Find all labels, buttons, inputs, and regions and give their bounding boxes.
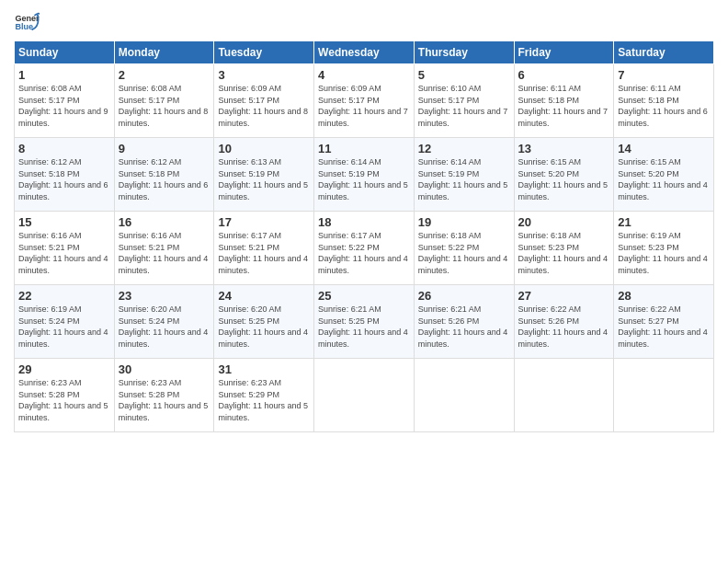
calendar-cell: 7 Sunrise: 6:11 AM Sunset: 5:18 PM Dayli… — [614, 64, 714, 138]
day-number: 26 — [418, 289, 510, 303]
day-detail: Sunrise: 6:22 AM Sunset: 5:26 PM Dayligh… — [518, 304, 610, 350]
day-number: 21 — [618, 215, 710, 229]
day-number: 2 — [119, 68, 210, 82]
day-number: 24 — [218, 289, 310, 303]
calendar-cell: 10 Sunrise: 6:13 AM Sunset: 5:19 PM Dayl… — [214, 138, 314, 212]
calendar-header-cell: Tuesday — [214, 41, 314, 64]
day-detail: Sunrise: 6:21 AM Sunset: 5:26 PM Dayligh… — [418, 304, 510, 350]
day-detail: Sunrise: 6:18 AM Sunset: 5:23 PM Dayligh… — [518, 230, 610, 276]
calendar-cell — [614, 359, 714, 432]
calendar-cell: 4 Sunrise: 6:09 AM Sunset: 5:17 PM Dayli… — [314, 64, 415, 138]
day-detail: Sunrise: 6:18 AM Sunset: 5:22 PM Dayligh… — [418, 230, 510, 276]
day-detail: Sunrise: 6:12 AM Sunset: 5:18 PM Dayligh… — [119, 156, 210, 202]
calendar-cell: 24 Sunrise: 6:20 AM Sunset: 5:25 PM Dayl… — [214, 285, 314, 359]
calendar-header-cell: Sunday — [15, 41, 115, 64]
day-number: 4 — [318, 68, 410, 82]
day-detail: Sunrise: 6:21 AM Sunset: 5:25 PM Dayligh… — [318, 304, 410, 350]
calendar-week-row: 22 Sunrise: 6:19 AM Sunset: 5:24 PM Dayl… — [15, 285, 714, 359]
day-number: 1 — [18, 68, 110, 82]
day-number: 29 — [18, 362, 110, 376]
calendar-cell: 6 Sunrise: 6:11 AM Sunset: 5:18 PM Dayli… — [514, 64, 614, 138]
calendar-cell — [314, 359, 415, 432]
calendar-header-cell: Monday — [114, 41, 214, 64]
calendar-cell: 15 Sunrise: 6:16 AM Sunset: 5:21 PM Dayl… — [15, 212, 115, 285]
day-detail: Sunrise: 6:11 AM Sunset: 5:18 PM Dayligh… — [518, 83, 610, 129]
calendar-header-cell: Thursday — [414, 41, 514, 64]
calendar-cell: 27 Sunrise: 6:22 AM Sunset: 5:26 PM Dayl… — [514, 285, 614, 359]
day-number: 6 — [518, 68, 610, 82]
calendar-body: 1 Sunrise: 6:08 AM Sunset: 5:17 PM Dayli… — [15, 64, 714, 432]
calendar-cell: 16 Sunrise: 6:16 AM Sunset: 5:21 PM Dayl… — [114, 212, 214, 285]
day-number: 9 — [119, 142, 210, 155]
day-detail: Sunrise: 6:08 AM Sunset: 5:17 PM Dayligh… — [18, 83, 110, 129]
calendar-header-cell: Wednesday — [314, 41, 415, 64]
day-number: 27 — [518, 289, 610, 303]
calendar-cell: 30 Sunrise: 6:23 AM Sunset: 5:28 PM Dayl… — [114, 359, 214, 432]
day-detail: Sunrise: 6:20 AM Sunset: 5:24 PM Dayligh… — [119, 304, 210, 350]
day-number: 18 — [318, 215, 410, 229]
svg-text:Blue: Blue — [15, 22, 33, 31]
day-number: 8 — [18, 142, 110, 155]
day-detail: Sunrise: 6:09 AM Sunset: 5:17 PM Dayligh… — [318, 83, 410, 129]
calendar-cell: 31 Sunrise: 6:23 AM Sunset: 5:29 PM Dayl… — [214, 359, 314, 432]
calendar-cell: 5 Sunrise: 6:10 AM Sunset: 5:17 PM Dayli… — [414, 64, 514, 138]
calendar-week-row: 15 Sunrise: 6:16 AM Sunset: 5:21 PM Dayl… — [15, 212, 714, 285]
day-detail: Sunrise: 6:19 AM Sunset: 5:23 PM Dayligh… — [618, 230, 710, 276]
calendar-cell: 17 Sunrise: 6:17 AM Sunset: 5:21 PM Dayl… — [214, 212, 314, 285]
day-detail: Sunrise: 6:14 AM Sunset: 5:19 PM Dayligh… — [418, 156, 510, 202]
calendar-cell: 1 Sunrise: 6:08 AM Sunset: 5:17 PM Dayli… — [15, 64, 115, 138]
calendar-cell: 28 Sunrise: 6:22 AM Sunset: 5:27 PM Dayl… — [614, 285, 714, 359]
header: General Blue — [14, 9, 714, 35]
day-detail: Sunrise: 6:23 AM Sunset: 5:28 PM Dayligh… — [18, 377, 110, 423]
calendar-header-cell: Saturday — [614, 41, 714, 64]
day-detail: Sunrise: 6:16 AM Sunset: 5:21 PM Dayligh… — [119, 230, 210, 276]
calendar-cell: 11 Sunrise: 6:14 AM Sunset: 5:19 PM Dayl… — [314, 138, 415, 212]
calendar-cell — [414, 359, 514, 432]
day-number: 13 — [518, 142, 610, 155]
day-number: 25 — [318, 289, 410, 303]
page: General Blue SundayMondayTuesdayWednesda… — [0, 0, 728, 563]
day-number: 23 — [119, 289, 210, 303]
calendar-cell: 19 Sunrise: 6:18 AM Sunset: 5:22 PM Dayl… — [414, 212, 514, 285]
day-detail: Sunrise: 6:14 AM Sunset: 5:19 PM Dayligh… — [318, 156, 410, 202]
calendar-cell: 3 Sunrise: 6:09 AM Sunset: 5:17 PM Dayli… — [214, 64, 314, 138]
day-detail: Sunrise: 6:17 AM Sunset: 5:22 PM Dayligh… — [318, 230, 410, 276]
day-number: 12 — [418, 142, 510, 155]
calendar-cell: 12 Sunrise: 6:14 AM Sunset: 5:19 PM Dayl… — [414, 138, 514, 212]
calendar-week-row: 8 Sunrise: 6:12 AM Sunset: 5:18 PM Dayli… — [15, 138, 714, 212]
logo: General Blue — [14, 9, 43, 35]
calendar-cell — [514, 359, 614, 432]
day-detail: Sunrise: 6:23 AM Sunset: 5:29 PM Dayligh… — [218, 377, 310, 423]
calendar-cell: 26 Sunrise: 6:21 AM Sunset: 5:26 PM Dayl… — [414, 285, 514, 359]
day-number: 20 — [518, 215, 610, 229]
day-number: 31 — [218, 362, 310, 376]
day-detail: Sunrise: 6:19 AM Sunset: 5:24 PM Dayligh… — [18, 304, 110, 350]
day-detail: Sunrise: 6:23 AM Sunset: 5:28 PM Dayligh… — [119, 377, 210, 423]
day-detail: Sunrise: 6:11 AM Sunset: 5:18 PM Dayligh… — [618, 83, 710, 129]
day-detail: Sunrise: 6:15 AM Sunset: 5:20 PM Dayligh… — [618, 156, 710, 202]
day-detail: Sunrise: 6:10 AM Sunset: 5:17 PM Dayligh… — [418, 83, 510, 129]
day-detail: Sunrise: 6:20 AM Sunset: 5:25 PM Dayligh… — [218, 304, 310, 350]
day-detail: Sunrise: 6:22 AM Sunset: 5:27 PM Dayligh… — [618, 304, 710, 350]
calendar-header-cell: Friday — [514, 41, 614, 64]
day-number: 17 — [218, 215, 310, 229]
calendar-cell: 9 Sunrise: 6:12 AM Sunset: 5:18 PM Dayli… — [114, 138, 214, 212]
day-number: 30 — [119, 362, 210, 376]
calendar-cell: 20 Sunrise: 6:18 AM Sunset: 5:23 PM Dayl… — [514, 212, 614, 285]
calendar-cell: 25 Sunrise: 6:21 AM Sunset: 5:25 PM Dayl… — [314, 285, 415, 359]
calendar-week-row: 1 Sunrise: 6:08 AM Sunset: 5:17 PM Dayli… — [15, 64, 714, 138]
day-number: 5 — [418, 68, 510, 82]
calendar-cell: 13 Sunrise: 6:15 AM Sunset: 5:20 PM Dayl… — [514, 138, 614, 212]
day-number: 3 — [218, 68, 310, 82]
day-detail: Sunrise: 6:08 AM Sunset: 5:17 PM Dayligh… — [119, 83, 210, 129]
day-number: 14 — [618, 142, 710, 155]
calendar-cell: 22 Sunrise: 6:19 AM Sunset: 5:24 PM Dayl… — [15, 285, 115, 359]
calendar-cell: 23 Sunrise: 6:20 AM Sunset: 5:24 PM Dayl… — [114, 285, 214, 359]
calendar-cell: 2 Sunrise: 6:08 AM Sunset: 5:17 PM Dayli… — [114, 64, 214, 138]
day-detail: Sunrise: 6:12 AM Sunset: 5:18 PM Dayligh… — [18, 156, 110, 202]
day-number: 22 — [18, 289, 110, 303]
calendar-cell: 29 Sunrise: 6:23 AM Sunset: 5:28 PM Dayl… — [15, 359, 115, 432]
day-number: 19 — [418, 215, 510, 229]
calendar-cell: 14 Sunrise: 6:15 AM Sunset: 5:20 PM Dayl… — [614, 138, 714, 212]
day-detail: Sunrise: 6:13 AM Sunset: 5:19 PM Dayligh… — [218, 156, 310, 202]
